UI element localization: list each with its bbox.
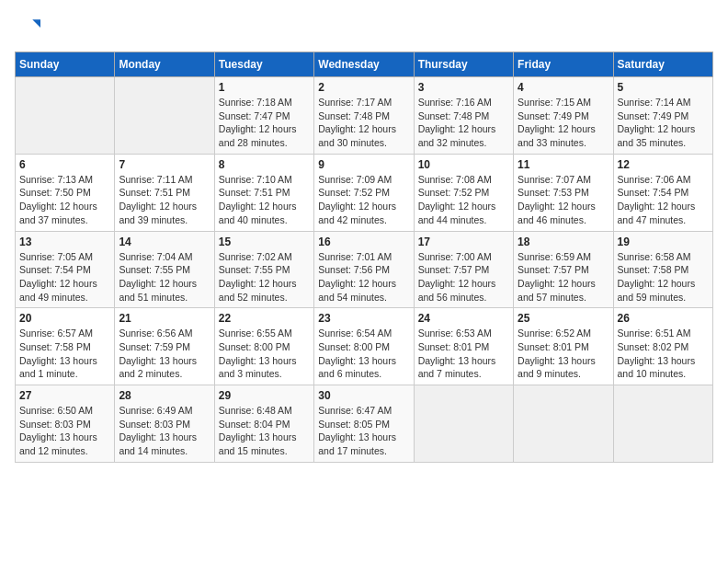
calendar-cell xyxy=(613,385,712,463)
day-number: 1 xyxy=(219,81,310,94)
day-number: 11 xyxy=(518,158,609,171)
cell-text: Sunrise: 6:50 AM Sunset: 8:03 PM Dayligh… xyxy=(19,404,110,458)
svg-rect-1 xyxy=(15,15,32,40)
cell-text: Sunrise: 7:16 AM Sunset: 7:48 PM Dayligh… xyxy=(418,96,509,150)
calendar-cell: 24Sunrise: 6:53 AM Sunset: 8:01 PM Dayli… xyxy=(414,308,513,385)
cell-text: Sunrise: 7:11 AM Sunset: 7:51 PM Dayligh… xyxy=(119,173,210,227)
cell-text: Sunrise: 6:51 AM Sunset: 8:02 PM Dayligh… xyxy=(618,327,709,381)
day-header-thursday: Thursday xyxy=(414,52,513,77)
day-header-friday: Friday xyxy=(514,52,613,77)
calendar-cell: 29Sunrise: 6:48 AM Sunset: 8:04 PM Dayli… xyxy=(214,385,313,463)
cell-text: Sunrise: 7:18 AM Sunset: 7:47 PM Dayligh… xyxy=(219,96,310,150)
day-number: 18 xyxy=(518,236,609,248)
cell-text: Sunrise: 7:13 AM Sunset: 7:50 PM Dayligh… xyxy=(19,173,110,227)
calendar-cell: 10Sunrise: 7:08 AM Sunset: 7:52 PM Dayli… xyxy=(414,154,513,231)
cell-text: Sunrise: 7:01 AM Sunset: 7:56 PM Dayligh… xyxy=(318,250,409,304)
day-number: 16 xyxy=(318,236,409,248)
calendar-cell xyxy=(414,385,513,463)
day-number: 20 xyxy=(19,312,110,325)
cell-text: Sunrise: 7:08 AM Sunset: 7:52 PM Dayligh… xyxy=(418,173,509,227)
day-number: 6 xyxy=(19,158,110,171)
day-number: 27 xyxy=(19,389,110,402)
calendar-cell: 17Sunrise: 7:00 AM Sunset: 7:57 PM Dayli… xyxy=(414,231,513,308)
calendar-cell: 25Sunrise: 6:52 AM Sunset: 8:01 PM Dayli… xyxy=(514,308,613,385)
calendar-cell: 13Sunrise: 7:05 AM Sunset: 7:54 PM Dayli… xyxy=(16,231,115,308)
day-number: 17 xyxy=(418,236,509,248)
day-number: 28 xyxy=(119,389,210,402)
calendar-cell: 12Sunrise: 7:06 AM Sunset: 7:54 PM Dayli… xyxy=(613,154,712,231)
calendar-cell: 28Sunrise: 6:49 AM Sunset: 8:03 PM Dayli… xyxy=(115,385,214,463)
calendar-week-2: 13Sunrise: 7:05 AM Sunset: 7:54 PM Dayli… xyxy=(16,231,713,308)
calendar-cell: 3Sunrise: 7:16 AM Sunset: 7:48 PM Daylig… xyxy=(414,77,513,155)
cell-text: Sunrise: 6:49 AM Sunset: 8:03 PM Dayligh… xyxy=(119,404,210,458)
cell-text: Sunrise: 7:07 AM Sunset: 7:53 PM Dayligh… xyxy=(518,173,609,227)
cell-text: Sunrise: 7:00 AM Sunset: 7:57 PM Dayligh… xyxy=(418,250,509,304)
day-number: 25 xyxy=(518,312,609,325)
day-number: 15 xyxy=(219,236,310,248)
cell-text: Sunrise: 6:54 AM Sunset: 8:00 PM Dayligh… xyxy=(318,327,409,381)
day-header-wednesday: Wednesday xyxy=(314,52,414,77)
calendar-cell: 9Sunrise: 7:09 AM Sunset: 7:52 PM Daylig… xyxy=(314,154,414,231)
calendar-table: SundayMondayTuesdayWednesdayThursdayFrid… xyxy=(15,52,713,463)
day-number: 19 xyxy=(618,236,709,248)
day-number: 24 xyxy=(418,312,509,325)
calendar-cell xyxy=(16,77,115,155)
svg-marker-0 xyxy=(32,19,40,28)
day-header-tuesday: Tuesday xyxy=(214,52,313,77)
calendar-cell: 22Sunrise: 6:55 AM Sunset: 8:00 PM Dayli… xyxy=(214,308,313,385)
calendar-cell: 5Sunrise: 7:14 AM Sunset: 7:49 PM Daylig… xyxy=(613,77,712,155)
cell-text: Sunrise: 7:04 AM Sunset: 7:55 PM Dayligh… xyxy=(119,250,210,304)
calendar-cell: 30Sunrise: 6:47 AM Sunset: 8:05 PM Dayli… xyxy=(314,385,414,463)
cell-text: Sunrise: 7:05 AM Sunset: 7:54 PM Dayligh… xyxy=(19,250,110,304)
day-header-sunday: Sunday xyxy=(16,52,115,77)
day-number: 29 xyxy=(219,389,310,402)
day-number: 8 xyxy=(219,158,310,171)
calendar-week-4: 27Sunrise: 6:50 AM Sunset: 8:03 PM Dayli… xyxy=(16,385,713,463)
day-number: 10 xyxy=(418,158,509,171)
cell-text: Sunrise: 6:53 AM Sunset: 8:01 PM Dayligh… xyxy=(418,327,509,381)
calendar-cell: 20Sunrise: 6:57 AM Sunset: 7:58 PM Dayli… xyxy=(16,308,115,385)
day-number: 22 xyxy=(219,312,310,325)
cell-text: Sunrise: 6:57 AM Sunset: 7:58 PM Dayligh… xyxy=(19,327,110,381)
day-number: 4 xyxy=(518,81,609,94)
day-number: 21 xyxy=(119,312,210,325)
day-header-monday: Monday xyxy=(115,52,214,77)
calendar-cell: 23Sunrise: 6:54 AM Sunset: 8:00 PM Dayli… xyxy=(314,308,414,385)
calendar-cell: 27Sunrise: 6:50 AM Sunset: 8:03 PM Dayli… xyxy=(16,385,115,463)
calendar-cell xyxy=(514,385,613,463)
cell-text: Sunrise: 7:06 AM Sunset: 7:54 PM Dayligh… xyxy=(618,173,709,227)
calendar-cell: 18Sunrise: 6:59 AM Sunset: 7:57 PM Dayli… xyxy=(514,231,613,308)
cell-text: Sunrise: 6:58 AM Sunset: 7:58 PM Dayligh… xyxy=(618,250,709,304)
calendar-cell: 15Sunrise: 7:02 AM Sunset: 7:55 PM Dayli… xyxy=(214,231,313,308)
calendar-cell: 8Sunrise: 7:10 AM Sunset: 7:51 PM Daylig… xyxy=(214,154,313,231)
cell-text: Sunrise: 6:56 AM Sunset: 7:59 PM Dayligh… xyxy=(119,327,210,381)
calendar-cell: 6Sunrise: 7:13 AM Sunset: 7:50 PM Daylig… xyxy=(16,154,115,231)
cell-text: Sunrise: 7:10 AM Sunset: 7:51 PM Dayligh… xyxy=(219,173,310,227)
calendar-cell: 16Sunrise: 7:01 AM Sunset: 7:56 PM Dayli… xyxy=(314,231,414,308)
day-header-saturday: Saturday xyxy=(613,52,712,77)
day-number: 2 xyxy=(318,81,409,94)
calendar-cell xyxy=(115,77,214,155)
cell-text: Sunrise: 6:52 AM Sunset: 8:01 PM Dayligh… xyxy=(518,327,609,381)
cell-text: Sunrise: 7:14 AM Sunset: 7:49 PM Dayligh… xyxy=(618,96,709,150)
calendar-cell: 19Sunrise: 6:58 AM Sunset: 7:58 PM Dayli… xyxy=(613,231,712,308)
day-number: 13 xyxy=(19,236,110,248)
calendar-week-3: 20Sunrise: 6:57 AM Sunset: 7:58 PM Dayli… xyxy=(16,308,713,385)
cell-text: Sunrise: 7:02 AM Sunset: 7:55 PM Dayligh… xyxy=(219,250,310,304)
calendar-cell: 14Sunrise: 7:04 AM Sunset: 7:55 PM Dayli… xyxy=(115,231,214,308)
calendar-cell: 1Sunrise: 7:18 AM Sunset: 7:47 PM Daylig… xyxy=(214,77,313,155)
day-number: 3 xyxy=(418,81,509,94)
cell-text: Sunrise: 7:09 AM Sunset: 7:52 PM Dayligh… xyxy=(318,173,409,227)
day-number: 23 xyxy=(318,312,409,325)
cell-text: Sunrise: 6:55 AM Sunset: 8:00 PM Dayligh… xyxy=(219,327,310,381)
day-number: 26 xyxy=(618,312,709,325)
logo xyxy=(15,15,44,40)
page-header xyxy=(15,15,713,40)
calendar-cell: 2Sunrise: 7:17 AM Sunset: 7:48 PM Daylig… xyxy=(314,77,414,155)
calendar-cell: 7Sunrise: 7:11 AM Sunset: 7:51 PM Daylig… xyxy=(115,154,214,231)
calendar-header-row: SundayMondayTuesdayWednesdayThursdayFrid… xyxy=(16,52,713,77)
calendar-week-1: 6Sunrise: 7:13 AM Sunset: 7:50 PM Daylig… xyxy=(16,154,713,231)
cell-text: Sunrise: 7:17 AM Sunset: 7:48 PM Dayligh… xyxy=(318,96,409,150)
calendar-cell: 21Sunrise: 6:56 AM Sunset: 7:59 PM Dayli… xyxy=(115,308,214,385)
day-number: 30 xyxy=(318,389,409,402)
